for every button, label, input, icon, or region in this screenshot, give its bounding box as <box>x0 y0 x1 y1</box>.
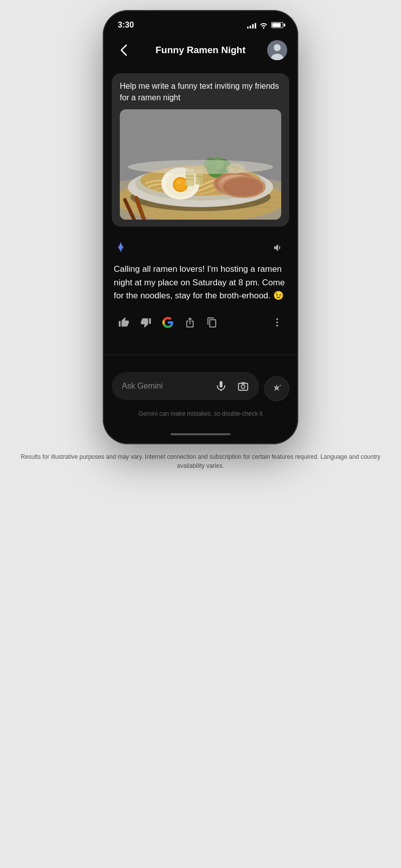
footer-disclaimer: Results for illustrative purposes and ma… <box>0 444 401 478</box>
share-button[interactable] <box>180 312 200 332</box>
more-options-button[interactable] <box>267 312 287 332</box>
svg-point-47 <box>128 160 273 174</box>
camera-button[interactable] <box>233 376 253 396</box>
ai-response-header <box>114 239 287 257</box>
svg-point-29 <box>176 181 180 185</box>
ai-response: Calling all ramen lovers! I'm hosting a … <box>112 235 289 346</box>
thumbs-up-button[interactable] <box>114 312 134 332</box>
svg-point-28 <box>174 179 186 191</box>
divider <box>104 355 297 355</box>
header: Funny Ramen Night <box>104 36 297 68</box>
action-bar <box>114 312 287 332</box>
svg-point-50 <box>276 318 278 320</box>
gemini-star-icon <box>114 241 128 255</box>
signal-bars-icon <box>247 22 256 29</box>
ask-gemini-input[interactable]: Ask Gemini <box>112 372 259 400</box>
sparkle-button[interactable] <box>264 376 289 401</box>
svg-point-24 <box>223 178 263 197</box>
thumbs-down-button[interactable] <box>136 312 156 332</box>
battery-icon <box>271 22 283 28</box>
ai-response-text: Calling all ramen lovers! I'm hosting a … <box>114 263 287 302</box>
google-search-button[interactable] <box>158 312 178 332</box>
wifi-icon <box>259 22 268 29</box>
status-icons <box>247 22 283 29</box>
back-button[interactable] <box>114 40 134 60</box>
home-bar <box>170 433 231 435</box>
speaker-button[interactable] <box>269 239 287 257</box>
copy-button[interactable] <box>202 312 222 332</box>
status-time: 3:30 <box>118 21 134 30</box>
home-indicator <box>104 429 297 443</box>
status-bar: 3:30 <box>104 11 297 36</box>
page-title: Funny Ramen Night <box>134 45 267 56</box>
input-placeholder: Ask Gemini <box>122 382 209 391</box>
user-message-bubble: Help me write a funny text inviting my f… <box>112 73 289 227</box>
user-avatar[interactable] <box>267 40 287 60</box>
ramen-image <box>120 109 281 220</box>
chat-area: Help me write a funny text inviting my f… <box>104 68 297 368</box>
input-area: Ask Gemini Gemini can make mi <box>104 368 297 429</box>
disclaimer-text: Gemini can make mistakes, so double-chec… <box>112 410 289 417</box>
svg-point-51 <box>276 322 278 324</box>
svg-rect-55 <box>241 382 245 384</box>
svg-point-54 <box>241 385 245 389</box>
svg-point-1 <box>274 44 281 51</box>
svg-point-52 <box>276 325 278 327</box>
user-message-text: Help me write a funny text inviting my f… <box>120 80 281 103</box>
microphone-button[interactable] <box>211 376 231 396</box>
